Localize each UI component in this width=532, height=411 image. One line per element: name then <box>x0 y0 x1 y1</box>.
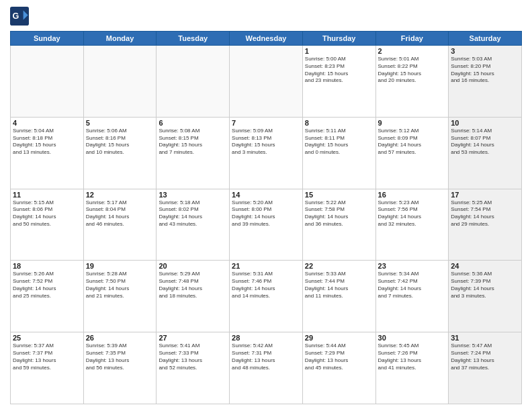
day-number: 22 <box>305 262 373 270</box>
cell-text: Sunrise: 5:20 AM Sunset: 8:00 PM Dayligh… <box>232 199 300 228</box>
day-number: 7 <box>232 119 300 127</box>
day-cell-21: 21Sunrise: 5:31 AM Sunset: 7:46 PM Dayli… <box>230 261 303 332</box>
day-cell-14: 14Sunrise: 5:20 AM Sunset: 8:00 PM Dayli… <box>230 189 303 261</box>
day-cell-27: 27Sunrise: 5:41 AM Sunset: 7:33 PM Dayli… <box>157 332 230 404</box>
day-header-thursday: Thursday <box>302 32 375 46</box>
day-cell-22: 22Sunrise: 5:33 AM Sunset: 7:44 PM Dayli… <box>302 261 375 332</box>
cell-text: Sunrise: 5:42 AM Sunset: 7:31 PM Dayligh… <box>232 342 300 371</box>
cell-text: Sunrise: 5:44 AM Sunset: 7:29 PM Dayligh… <box>305 342 373 371</box>
day-header-row: SundayMondayTuesdayWednesdayThursdayFrid… <box>11 32 522 46</box>
cell-text: Sunrise: 5:41 AM Sunset: 7:33 PM Dayligh… <box>159 342 227 371</box>
day-cell-13: 13Sunrise: 5:18 AM Sunset: 8:02 PM Dayli… <box>157 189 230 261</box>
empty-cell <box>230 46 303 118</box>
page: G SundayMondayTuesdayWednesdayThursdayFr… <box>0 0 532 411</box>
day-cell-19: 19Sunrise: 5:28 AM Sunset: 7:50 PM Dayli… <box>83 261 157 332</box>
day-cell-9: 9Sunrise: 5:12 AM Sunset: 8:09 PM Daylig… <box>375 117 449 189</box>
day-number: 15 <box>305 191 373 199</box>
cell-text: Sunrise: 5:12 AM Sunset: 8:09 PM Dayligh… <box>378 128 447 156</box>
day-number: 6 <box>159 119 227 127</box>
logo: G <box>10 7 32 26</box>
cell-text: Sunrise: 5:37 AM Sunset: 7:37 PM Dayligh… <box>13 342 81 371</box>
day-number: 18 <box>13 262 81 270</box>
empty-cell <box>83 46 157 118</box>
calendar-table: SundayMondayTuesdayWednesdayThursdayFrid… <box>10 31 522 404</box>
logo-icon: G <box>10 7 29 26</box>
day-number: 26 <box>86 334 154 342</box>
cell-text: Sunrise: 5:36 AM Sunset: 7:39 PM Dayligh… <box>451 271 519 300</box>
cell-text: Sunrise: 5:17 AM Sunset: 8:04 PM Dayligh… <box>86 199 154 228</box>
cell-text: Sunrise: 5:03 AM Sunset: 8:20 PM Dayligh… <box>451 56 519 85</box>
day-header-wednesday: Wednesday <box>230 32 303 46</box>
day-cell-3: 3Sunrise: 5:03 AM Sunset: 8:20 PM Daylig… <box>449 46 522 118</box>
day-cell-7: 7Sunrise: 5:09 AM Sunset: 8:13 PM Daylig… <box>230 117 303 189</box>
cell-text: Sunrise: 5:15 AM Sunset: 8:06 PM Dayligh… <box>13 199 81 228</box>
day-number: 27 <box>159 334 227 342</box>
day-cell-1: 1Sunrise: 5:00 AM Sunset: 8:23 PM Daylig… <box>302 46 375 118</box>
day-number: 19 <box>86 262 154 270</box>
cell-text: Sunrise: 5:31 AM Sunset: 7:46 PM Dayligh… <box>232 271 300 300</box>
day-cell-23: 23Sunrise: 5:34 AM Sunset: 7:42 PM Dayli… <box>375 261 449 332</box>
header: G <box>10 7 522 26</box>
day-number: 5 <box>86 119 154 127</box>
cell-text: Sunrise: 5:39 AM Sunset: 7:35 PM Dayligh… <box>86 342 154 371</box>
cell-text: Sunrise: 5:00 AM Sunset: 8:23 PM Dayligh… <box>305 56 373 85</box>
svg-text:G: G <box>13 11 19 21</box>
day-number: 16 <box>378 191 447 199</box>
day-number: 14 <box>232 191 300 199</box>
day-cell-8: 8Sunrise: 5:11 AM Sunset: 8:11 PM Daylig… <box>302 117 375 189</box>
day-cell-10: 10Sunrise: 5:14 AM Sunset: 8:07 PM Dayli… <box>449 117 522 189</box>
day-cell-26: 26Sunrise: 5:39 AM Sunset: 7:35 PM Dayli… <box>83 332 157 404</box>
day-cell-15: 15Sunrise: 5:22 AM Sunset: 7:58 PM Dayli… <box>302 189 375 261</box>
cell-text: Sunrise: 5:22 AM Sunset: 7:58 PM Dayligh… <box>305 199 373 228</box>
day-number: 28 <box>232 334 300 342</box>
week-row-3: 18Sunrise: 5:26 AM Sunset: 7:52 PM Dayli… <box>11 261 522 332</box>
day-cell-25: 25Sunrise: 5:37 AM Sunset: 7:37 PM Dayli… <box>11 332 84 404</box>
day-cell-2: 2Sunrise: 5:01 AM Sunset: 8:22 PM Daylig… <box>375 46 449 118</box>
day-cell-11: 11Sunrise: 5:15 AM Sunset: 8:06 PM Dayli… <box>11 189 84 261</box>
day-cell-24: 24Sunrise: 5:36 AM Sunset: 7:39 PM Dayli… <box>449 261 522 332</box>
day-header-monday: Monday <box>83 32 157 46</box>
calendar-body: 1Sunrise: 5:00 AM Sunset: 8:23 PM Daylig… <box>11 46 522 404</box>
day-number: 13 <box>159 191 227 199</box>
day-number: 17 <box>451 191 519 199</box>
day-number: 9 <box>378 119 447 127</box>
cell-text: Sunrise: 5:06 AM Sunset: 8:16 PM Dayligh… <box>86 128 154 156</box>
cell-text: Sunrise: 5:11 AM Sunset: 8:11 PM Dayligh… <box>305 128 373 156</box>
day-cell-4: 4Sunrise: 5:04 AM Sunset: 8:18 PM Daylig… <box>11 117 84 189</box>
cell-text: Sunrise: 5:25 AM Sunset: 7:54 PM Dayligh… <box>451 199 519 228</box>
cell-text: Sunrise: 5:45 AM Sunset: 7:26 PM Dayligh… <box>378 342 447 371</box>
day-number: 20 <box>159 262 227 270</box>
day-number: 2 <box>378 47 447 55</box>
day-cell-16: 16Sunrise: 5:23 AM Sunset: 7:56 PM Dayli… <box>375 189 449 261</box>
cell-text: Sunrise: 5:14 AM Sunset: 8:07 PM Dayligh… <box>451 128 519 156</box>
empty-cell <box>11 46 84 118</box>
cell-text: Sunrise: 5:28 AM Sunset: 7:50 PM Dayligh… <box>86 271 154 300</box>
day-number: 23 <box>378 262 447 270</box>
day-number: 31 <box>451 334 519 342</box>
day-cell-5: 5Sunrise: 5:06 AM Sunset: 8:16 PM Daylig… <box>83 117 157 189</box>
cell-text: Sunrise: 5:34 AM Sunset: 7:42 PM Dayligh… <box>378 271 447 300</box>
cell-text: Sunrise: 5:09 AM Sunset: 8:13 PM Dayligh… <box>232 128 300 156</box>
day-number: 21 <box>232 262 300 270</box>
week-row-2: 11Sunrise: 5:15 AM Sunset: 8:06 PM Dayli… <box>11 189 522 261</box>
day-number: 25 <box>13 334 81 342</box>
day-header-sunday: Sunday <box>11 32 84 46</box>
week-row-0: 1Sunrise: 5:00 AM Sunset: 8:23 PM Daylig… <box>11 46 522 118</box>
day-number: 29 <box>305 334 373 342</box>
day-number: 10 <box>451 119 519 127</box>
cell-text: Sunrise: 5:29 AM Sunset: 7:48 PM Dayligh… <box>159 271 227 300</box>
day-number: 24 <box>451 262 519 270</box>
day-cell-28: 28Sunrise: 5:42 AM Sunset: 7:31 PM Dayli… <box>230 332 303 404</box>
week-row-1: 4Sunrise: 5:04 AM Sunset: 8:18 PM Daylig… <box>11 117 522 189</box>
day-cell-17: 17Sunrise: 5:25 AM Sunset: 7:54 PM Dayli… <box>449 189 522 261</box>
day-number: 11 <box>13 191 81 199</box>
cell-text: Sunrise: 5:33 AM Sunset: 7:44 PM Dayligh… <box>305 271 373 300</box>
day-number: 8 <box>305 119 373 127</box>
cell-text: Sunrise: 5:26 AM Sunset: 7:52 PM Dayligh… <box>13 271 81 300</box>
day-number: 30 <box>378 334 447 342</box>
cell-text: Sunrise: 5:18 AM Sunset: 8:02 PM Dayligh… <box>159 199 227 228</box>
cell-text: Sunrise: 5:08 AM Sunset: 8:15 PM Dayligh… <box>159 128 227 156</box>
day-cell-18: 18Sunrise: 5:26 AM Sunset: 7:52 PM Dayli… <box>11 261 84 332</box>
day-header-tuesday: Tuesday <box>157 32 230 46</box>
week-row-4: 25Sunrise: 5:37 AM Sunset: 7:37 PM Dayli… <box>11 332 522 404</box>
